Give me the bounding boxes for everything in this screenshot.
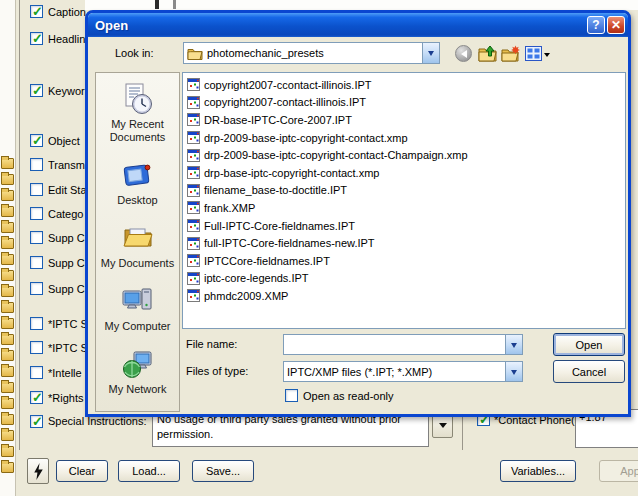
file-item[interactable]: IPTCCore-fieldnames.IPT bbox=[185, 252, 625, 270]
chevron-down-icon[interactable] bbox=[505, 362, 522, 381]
views-menu-icon[interactable] bbox=[524, 44, 550, 63]
clear-button[interactable]: Clear bbox=[56, 460, 108, 482]
background-header-strip bbox=[85, 0, 638, 10]
settings-file-icon bbox=[187, 113, 200, 126]
folder-icon bbox=[187, 47, 203, 60]
field-label: Supp C bbox=[48, 257, 85, 269]
open-dialog: Open ? ✕ Look in: photomechanic_presets bbox=[85, 10, 631, 417]
mini-folder-icon bbox=[1, 206, 14, 217]
place-label: My Documents bbox=[101, 257, 174, 270]
field-checkbox[interactable] bbox=[30, 256, 43, 269]
field-checkbox[interactable] bbox=[30, 231, 43, 244]
field-label: Edit Sta bbox=[48, 184, 87, 196]
special-instructions-checkbox[interactable] bbox=[30, 415, 43, 428]
back-icon bbox=[454, 44, 473, 63]
my-computer-icon bbox=[122, 285, 154, 317]
file-item[interactable]: filename_base-to-doctitle.IPT bbox=[185, 182, 625, 200]
open-as-read-only-checkbox[interactable] bbox=[285, 389, 298, 402]
file-item[interactable]: frank.XMP bbox=[185, 199, 625, 217]
desktop-icon bbox=[122, 159, 154, 191]
field-label: Headlin bbox=[48, 33, 85, 45]
read-only-row: Open as read-only bbox=[285, 389, 394, 402]
field-checkbox[interactable] bbox=[30, 391, 43, 404]
save-button[interactable]: Save... bbox=[192, 460, 254, 482]
look-in-select[interactable]: photomechanic_presets bbox=[183, 42, 440, 64]
field-checkbox[interactable] bbox=[30, 183, 43, 196]
file-item[interactable]: phmdc2009.XMP bbox=[185, 287, 625, 305]
file-item[interactable]: copyright2007-contact-illinois.IPT bbox=[185, 94, 625, 112]
field-label: *IPTC S bbox=[48, 342, 88, 354]
field-checkbox[interactable] bbox=[30, 341, 43, 354]
field-checkbox[interactable] bbox=[30, 5, 43, 18]
file-item[interactable]: full-IPTC-Core-fieldnames-new.IPT bbox=[185, 234, 625, 252]
field-checkbox[interactable] bbox=[30, 134, 43, 147]
dialog-titlebar[interactable]: Open ? ✕ bbox=[88, 13, 628, 37]
field-checkbox[interactable] bbox=[30, 366, 43, 379]
file-name: iptc-core-legends.IPT bbox=[204, 272, 309, 284]
settings-file-icon bbox=[187, 149, 200, 162]
close-icon[interactable]: ✕ bbox=[607, 16, 625, 34]
file-item[interactable]: drp-2009-base-iptc-copyright-contact.xmp bbox=[185, 129, 625, 147]
settings-file-icon bbox=[187, 237, 200, 250]
field-checkbox-row: *IPTC S bbox=[30, 317, 88, 330]
field-label: Keywor bbox=[48, 85, 85, 97]
file-name-input[interactable] bbox=[283, 334, 523, 355]
cancel-button[interactable]: Cancel bbox=[553, 360, 625, 383]
mini-folder-icon bbox=[1, 190, 14, 201]
field-checkbox[interactable] bbox=[30, 32, 43, 45]
my-network-icon bbox=[122, 348, 154, 380]
mini-folder-icon bbox=[1, 446, 14, 457]
field-checkbox[interactable] bbox=[30, 282, 43, 295]
mini-folder-icon bbox=[1, 302, 14, 313]
place-my-network[interactable]: My Network bbox=[98, 348, 178, 396]
snapshot-button[interactable] bbox=[27, 458, 49, 484]
settings-file-icon bbox=[187, 78, 200, 91]
open-button[interactable]: Open bbox=[553, 333, 625, 356]
settings-file-icon bbox=[187, 96, 200, 109]
file-name: full-IPTC-Core-fieldnames-new.IPT bbox=[204, 237, 375, 249]
field-checkbox-row: Headlin bbox=[30, 32, 85, 45]
field-checkbox-row: Supp C bbox=[30, 256, 85, 269]
file-item[interactable]: drp-base-iptc-copyright-contact.xmp bbox=[185, 164, 625, 182]
file-item[interactable]: copyright2007-ccontact-illinois.IPT bbox=[185, 76, 625, 94]
chevron-down-icon[interactable] bbox=[422, 43, 439, 63]
mini-folder-icon bbox=[1, 398, 14, 409]
up-one-level-icon[interactable] bbox=[478, 44, 497, 63]
file-item[interactable]: drp-2009-base-iptc-copyright-contact-Cha… bbox=[185, 146, 625, 164]
variables-button[interactable]: Variables... bbox=[500, 460, 576, 482]
field-checkbox[interactable] bbox=[30, 158, 43, 171]
file-name: Full-IPTC-Core-fieldnames.IPT bbox=[204, 220, 355, 232]
field-label: *Intelle bbox=[48, 367, 82, 379]
file-name: drp-base-iptc-copyright-contact.xmp bbox=[204, 167, 379, 179]
field-label: Transm bbox=[48, 159, 85, 171]
field-checkbox[interactable] bbox=[30, 207, 43, 220]
place-my-documents[interactable]: My Documents bbox=[98, 222, 178, 270]
place-my-recent-documents[interactable]: My Recent Documents bbox=[98, 83, 178, 144]
create-new-folder-icon[interactable] bbox=[501, 44, 520, 63]
field-checkbox-row: Caption bbox=[30, 5, 86, 18]
place-my-computer[interactable]: My Computer bbox=[98, 285, 178, 333]
mini-folder-icon bbox=[1, 350, 14, 361]
file-list[interactable]: copyright2007-ccontact-illinois.IPT copy… bbox=[182, 72, 626, 329]
field-checkbox-row: *Intelle bbox=[30, 366, 82, 379]
field-checkbox[interactable] bbox=[30, 84, 43, 97]
mini-folder-icon bbox=[1, 174, 14, 185]
mini-folder-icon bbox=[1, 318, 14, 329]
chevron-down-icon[interactable] bbox=[505, 335, 522, 354]
field-label: Caption bbox=[48, 6, 86, 18]
my-recent-documents-icon bbox=[122, 83, 154, 115]
file-item[interactable]: DR-base-IPTC-Core-2007.IPT bbox=[185, 111, 625, 129]
place-desktop[interactable]: Desktop bbox=[98, 159, 178, 207]
field-checkbox[interactable] bbox=[30, 317, 43, 330]
field-checkbox-row: *IPTC S bbox=[30, 341, 88, 354]
load-button[interactable]: Load... bbox=[118, 460, 180, 482]
field-checkbox-row: Object bbox=[30, 134, 80, 147]
file-item[interactable]: iptc-core-legends.IPT bbox=[185, 270, 625, 288]
files-of-type-select[interactable]: IPTC/XMP files (*.IPT; *.XMP) bbox=[283, 361, 523, 382]
field-checkbox-row: Supp C bbox=[30, 282, 85, 295]
help-icon[interactable]: ? bbox=[587, 16, 605, 34]
file-name: copyright2007-ccontact-illinois.IPT bbox=[204, 79, 372, 91]
file-item[interactable]: Full-IPTC-Core-fieldnames.IPT bbox=[185, 217, 625, 235]
file-name: filename_base-to-doctitle.IPT bbox=[204, 184, 347, 196]
settings-file-icon bbox=[187, 289, 200, 302]
